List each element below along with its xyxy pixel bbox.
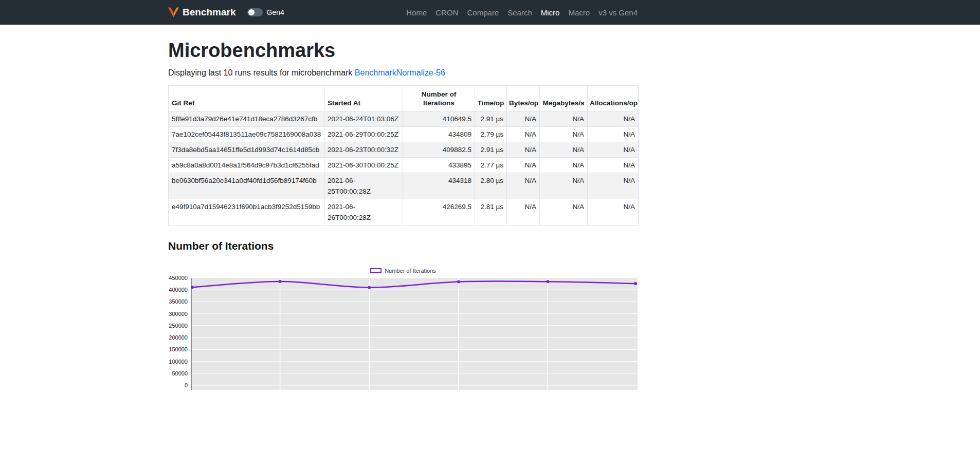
cell-started-at: 2021-06-25T00:00:28Z [324, 173, 403, 199]
cell-iterations: 433895 [403, 158, 475, 173]
nav-item-search[interactable]: Search [507, 8, 532, 17]
cell-time-op: 2.77 µs [475, 158, 507, 173]
chart-svg [191, 278, 638, 390]
y-axis-tick: 50000 [168, 370, 188, 377]
cell-allocations-op: N/A [588, 127, 639, 142]
cell-git-ref: 7f3da8ebd5aa14651ffe5d1d993d74c1614d85cb [169, 142, 324, 158]
table-header-row: Git RefStarted AtNumber of IterationsTim… [169, 86, 639, 111]
table-row: a59c8a0a8d0014e8a1f564d9c97b3d1cf6255fad… [169, 158, 639, 173]
table-body: 5fffe91d3a79d26e41e741d18eca2786d3267cfb… [169, 111, 639, 225]
brand-link[interactable]: Benchmark [168, 7, 236, 18]
column-header-git-ref: Git Ref [169, 86, 324, 111]
cell-iterations: 410649.5 [403, 111, 475, 127]
cell-git-ref: 7ae102cef05443f813511ae09c7582169008a038 [169, 127, 324, 142]
cell-started-at: 2021-06-23T00:00:32Z [324, 142, 403, 158]
cell-started-at: 2021-06-24T01:03:06Z [324, 111, 403, 127]
results-table: Git RefStarted AtNumber of IterationsTim… [168, 85, 639, 225]
page-title: Microbenchmarks [168, 39, 638, 62]
table-row: 5fffe91d3a79d26e41e741d18eca2786d3267cfb… [169, 111, 639, 127]
navbar: Benchmark Gen4 HomeCRONCompareSearchMicr… [0, 0, 980, 25]
nav-item-cron[interactable]: CRON [435, 8, 458, 17]
y-axis-tick: 0 [168, 382, 188, 388]
cell-iterations: 434318 [403, 173, 475, 199]
cell-git-ref: 5fffe91d3a79d26e41e741d18eca2786d3267cfb [169, 111, 324, 127]
gen4-toggle-group: Gen4 [247, 8, 284, 16]
navbar-inner: Benchmark Gen4 HomeCRONCompareSearchMicr… [168, 7, 638, 18]
cell-iterations: 434809 [403, 127, 475, 142]
cell-started-at: 2021-06-29T00:00:25Z [324, 127, 403, 142]
legend-label: Number of Iterations [385, 268, 436, 274]
cell-time-op: 2.80 µs [475, 173, 507, 199]
cell-time-op: 2.81 µs [475, 199, 507, 225]
table-row: 7ae102cef05443f813511ae09c7582169008a038… [169, 127, 639, 142]
cell-allocations-op: N/A [588, 173, 639, 199]
cell-bytes-op: N/A [507, 199, 540, 225]
column-header-number-of-iterations: Number of Iterations [403, 86, 475, 111]
cell-time-op: 2.91 µs [475, 111, 507, 127]
main-content: Microbenchmarks Displaying last 10 runs … [168, 25, 638, 396]
y-axis-tick: 400000 [168, 287, 188, 293]
nav-item-compare[interactable]: Compare [467, 8, 499, 17]
cell-time-op: 2.79 µs [475, 127, 507, 142]
gen4-toggle-label: Gen4 [267, 8, 284, 16]
column-header-bytes-op: Bytes/op [507, 86, 540, 111]
cell-git-ref: be0630bf56a20e341a0df40fd1d56fb89174f60b [169, 173, 324, 199]
nav-item-v3-vs-gen4[interactable]: v3 vs Gen4 [598, 8, 638, 17]
cell-bytes-op: N/A [507, 111, 540, 127]
y-axis-tick: 300000 [168, 311, 188, 317]
chart-section-heading: Number of Iterations [168, 240, 638, 252]
column-header-started-at: Started At [324, 86, 403, 111]
nav-links: HomeCRONCompareSearchMicroMacrov3 vs Gen… [406, 8, 638, 17]
cell-megabytes-s: N/A [540, 158, 588, 173]
cell-started-at: 2021-06-26T00:00:28Z [324, 199, 403, 225]
cell-started-at: 2021-06-30T00:00:25Z [324, 158, 403, 173]
cell-megabytes-s: N/A [540, 111, 588, 127]
cell-bytes-op: N/A [507, 142, 540, 158]
cell-bytes-op: N/A [507, 127, 540, 142]
cell-bytes-op: N/A [507, 173, 540, 199]
cell-git-ref: e49f910a7d15946231f690b1acb3f9252d5159bb [169, 199, 324, 225]
column-header-megabytes-s: Megabytes/s [540, 86, 588, 111]
column-header-allocations-op: Allocations/op [588, 86, 639, 111]
cell-bytes-op: N/A [507, 158, 540, 173]
legend-swatch-icon [370, 268, 382, 273]
nav-item-micro[interactable]: Micro [541, 8, 560, 17]
cell-megabytes-s: N/A [540, 127, 588, 142]
iterations-chart: Number of Iterations 0500001000001500002… [168, 268, 638, 396]
table-row: e49f910a7d15946231f690b1acb3f9252d5159bb… [169, 199, 639, 225]
table-header: Git RefStarted AtNumber of IterationsTim… [169, 86, 639, 111]
y-axis-tick: 450000 [168, 275, 188, 281]
y-axis-tick: 200000 [168, 334, 188, 341]
y-axis-tick: 250000 [168, 323, 188, 329]
y-axis-tick: 150000 [168, 346, 188, 352]
nav-item-home[interactable]: Home [406, 8, 427, 17]
cell-git-ref: a59c8a0a8d0014e8a1f564d9c97b3d1cf6255fad [169, 158, 324, 173]
cell-megabytes-s: N/A [540, 173, 588, 199]
brand-label: Benchmark [183, 7, 236, 18]
cell-time-op: 2.91 µs [475, 142, 507, 158]
benchmark-link[interactable]: BenchmarkNormalize-56 [355, 68, 445, 77]
cell-allocations-op: N/A [588, 111, 639, 127]
table-row: be0630bf56a20e341a0df40fd1d56fb89174f60b… [169, 173, 639, 199]
gen4-toggle[interactable] [247, 8, 263, 16]
y-axis-labels: 0500001000001500002000002500003000003500… [168, 278, 188, 396]
nav-item-macro[interactable]: Macro [568, 8, 590, 17]
cell-allocations-op: N/A [588, 158, 639, 173]
subtitle: Displaying last 10 runs results for micr… [168, 67, 638, 79]
cell-megabytes-s: N/A [540, 199, 588, 225]
plot-area: 0500001000001500002000002500003000003500… [168, 278, 638, 396]
cell-allocations-op: N/A [588, 199, 639, 225]
subtitle-text: Displaying last 10 runs results for micr… [168, 68, 355, 77]
table-row: 7f3da8ebd5aa14651ffe5d1d993d74c1614d85cb… [169, 142, 639, 158]
cell-megabytes-s: N/A [540, 142, 588, 158]
cell-iterations: 409882.5 [403, 142, 475, 158]
cell-iterations: 426269.5 [403, 199, 475, 225]
vitess-logo-icon [168, 7, 179, 17]
chart-legend: Number of Iterations [168, 268, 638, 274]
y-axis-tick: 350000 [168, 298, 188, 305]
y-axis-tick: 100000 [168, 359, 188, 365]
column-header-time-op: Time/op [475, 86, 507, 111]
cell-allocations-op: N/A [588, 142, 639, 158]
